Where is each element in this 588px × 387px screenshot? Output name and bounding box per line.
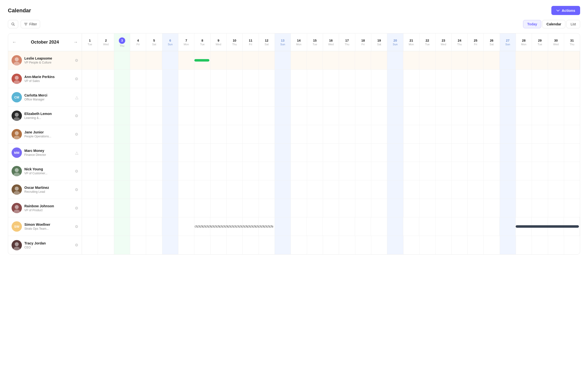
day-label: Thu [570, 43, 574, 46]
people-sidebar: ← October 2024 → Leslie Leapsome VP Peop… [8, 33, 82, 254]
calendar-cell [420, 236, 436, 254]
calendar-cell [162, 143, 178, 162]
day-header-cell: 23Wed [436, 33, 451, 51]
calendar-cell [82, 217, 98, 236]
gear-icon[interactable]: ⚙ [75, 187, 78, 192]
warning-icon[interactable]: △ [75, 95, 78, 100]
day-number: 26 [490, 39, 493, 42]
gear-icon[interactable]: ⚙ [75, 132, 78, 137]
calendar-cell [355, 70, 371, 88]
calendar-cell [452, 107, 468, 125]
calendar-cell [210, 236, 227, 254]
calendar-cell [243, 125, 259, 143]
warning-icon[interactable]: △ [75, 150, 78, 155]
calendar-cell [500, 199, 516, 217]
day-header-cell: 15Tue [307, 33, 323, 51]
gear-icon[interactable]: ⚙ [75, 206, 78, 210]
event-bar[interactable] [194, 59, 209, 62]
gear-icon[interactable]: ⚙ [75, 243, 78, 248]
gear-icon[interactable]: ⚙ [75, 58, 78, 63]
calendar-cell [210, 125, 227, 143]
calendar-cell [114, 143, 130, 162]
calendar-cell [114, 162, 130, 180]
day-header-cell: 27Sun [500, 33, 516, 51]
calendar-cell [275, 107, 291, 125]
calendar-cell [467, 217, 483, 236]
calendar-cell [436, 88, 451, 106]
day-number: 29 [538, 39, 542, 42]
calendar-cell [419, 51, 435, 69]
calendar-cell [98, 125, 114, 143]
person-role: People Operations... [24, 135, 75, 138]
filter-button[interactable]: Filter [21, 20, 40, 28]
prev-month-button[interactable]: ← [12, 40, 17, 45]
calendar-cell [371, 199, 387, 217]
calendar-cell [243, 51, 259, 69]
calendar-cell [114, 70, 130, 88]
calendar-cell [532, 199, 548, 217]
calendar-cell [532, 236, 548, 254]
gear-icon[interactable]: ⚙ [75, 114, 78, 118]
calendar-cell [178, 70, 194, 88]
day-label: Sun [505, 43, 510, 46]
calendar-cell [500, 107, 516, 125]
calendar-cell [548, 70, 564, 88]
person-role: CEO [24, 246, 75, 249]
calendar-row [82, 125, 580, 143]
calendar-cell [484, 107, 500, 125]
calendar-cell [371, 236, 387, 254]
person-role: VP of Customer... [24, 172, 75, 175]
header: Calendar Actions [8, 6, 580, 15]
day-label: Sat [265, 43, 269, 46]
calendar-cell [178, 107, 194, 125]
person-role: Strats Ops Team... [24, 227, 75, 230]
list-view-button[interactable]: List [566, 20, 580, 28]
calendar-row [82, 236, 580, 254]
event-bar[interactable] [194, 225, 273, 228]
calendar-cell [387, 88, 403, 106]
day-number: 5 [153, 39, 155, 42]
calendar-cell [339, 88, 355, 106]
next-month-button[interactable]: → [73, 40, 78, 45]
calendar-cell [323, 217, 339, 236]
day-header-cell: 11Fri [243, 33, 259, 51]
calendar-cell [500, 51, 516, 69]
event-bar[interactable] [516, 225, 579, 228]
person-info: Marc Money Finance Director [24, 149, 75, 157]
calendar-cell [210, 162, 227, 180]
calendar-cell [355, 88, 371, 106]
calendar-cell [532, 51, 548, 69]
gear-icon[interactable]: ⚙ [75, 169, 78, 174]
calendar-cell [178, 199, 194, 217]
person-role: VP of Sales [24, 79, 75, 83]
calendar-row [82, 70, 580, 88]
day-number: 23 [441, 39, 445, 42]
calendar-cell [355, 217, 371, 236]
calendar-cell [500, 217, 516, 236]
search-button[interactable] [8, 20, 18, 28]
day-number: 18 [361, 39, 365, 42]
calendar-cell [146, 125, 162, 143]
today-button[interactable]: Today [523, 20, 541, 28]
calendar-cell [403, 143, 420, 162]
calendar-view-button[interactable]: Calendar [542, 20, 565, 28]
day-label: Tue [313, 43, 317, 46]
calendar-cell [532, 181, 548, 199]
actions-button[interactable]: Actions [551, 6, 580, 15]
day-label: Mon [521, 43, 526, 46]
calendar-cell [291, 181, 307, 199]
gear-icon[interactable]: ⚙ [75, 224, 78, 229]
calendar-cell [532, 162, 548, 180]
calendar-cell [259, 162, 275, 180]
day-header-cell: 20Sun [387, 33, 403, 51]
day-label: Sun [168, 43, 173, 46]
calendar-cell [467, 51, 483, 69]
calendar-cell [259, 199, 275, 217]
gear-icon[interactable]: ⚙ [75, 77, 78, 81]
calendar-cell [146, 88, 162, 106]
calendar-cell [323, 162, 339, 180]
calendar-cell [452, 181, 468, 199]
calendar-cell [307, 70, 323, 88]
calendar-cell [243, 199, 259, 217]
calendar-cell [420, 199, 436, 217]
